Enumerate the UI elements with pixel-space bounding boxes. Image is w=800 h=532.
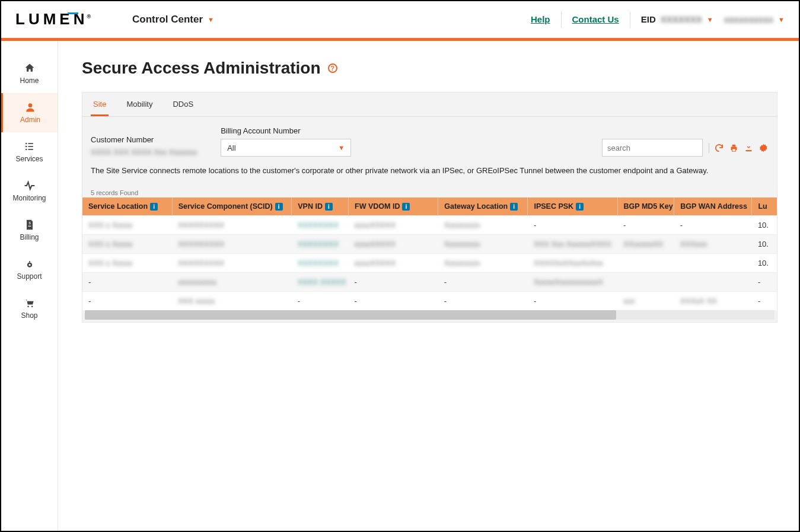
cell-md5: - xyxy=(617,216,674,235)
cell-lun: 10. xyxy=(752,216,777,235)
panel: Site Mobility DDoS Customer Number XXXX … xyxy=(82,92,777,323)
cell-md5: xxx xyxy=(617,292,674,311)
search-box[interactable] xyxy=(602,139,703,157)
cell-gw: - xyxy=(438,273,528,292)
cell-sc: XXXXXXXXX xyxy=(172,254,292,273)
horizontal-scrollbar[interactable] xyxy=(85,310,774,320)
chevron-down-icon: ▼ xyxy=(208,16,214,23)
tab-mobility[interactable]: Mobility xyxy=(124,93,155,116)
tab-bar: Site Mobility DDoS xyxy=(82,93,777,117)
table-row[interactable]: XXX x XxxxxXXXXXXXXXXXXXXXXXxxxxXXXXXXxx… xyxy=(82,216,777,235)
col-gateway[interactable]: Gateway Locationi xyxy=(438,197,528,216)
sidebar-item-billing[interactable]: $ Billing xyxy=(1,211,58,250)
home-icon xyxy=(24,62,36,74)
svg-point-5 xyxy=(25,149,27,151)
search-input[interactable] xyxy=(607,144,707,152)
info-icon[interactable]: i xyxy=(510,203,518,211)
cell-fw: - xyxy=(349,292,438,311)
col-ipsec-psk[interactable]: IPSEC PSKi xyxy=(528,197,617,216)
cell-sl: XXX x Xxxxx xyxy=(82,235,172,254)
sidebar-item-label: Monitoring xyxy=(12,194,46,202)
table-toolbar xyxy=(709,143,769,153)
logo: LUMEN® xyxy=(15,10,91,28)
cell-fw: xxxxXXXXX xyxy=(349,235,438,254)
help-icon[interactable]: ? xyxy=(328,63,337,73)
cell-vpn: XXXXXXXX xyxy=(292,254,349,273)
cell-md5: XXxxxxxXX xyxy=(617,235,674,254)
cell-lun: - xyxy=(752,292,777,311)
refresh-icon[interactable] xyxy=(714,143,724,153)
top-links: Help Contact Us EID XXXXXXX ▼ xxxxxxxxxx… xyxy=(531,11,785,28)
sidebar-item-home[interactable]: Home xyxy=(1,54,58,93)
settings-icon[interactable] xyxy=(758,143,769,153)
gear-icon xyxy=(24,258,36,270)
app-switcher[interactable]: Control Center ▼ xyxy=(132,14,214,26)
cell-gw: Xxxxxxxxx xyxy=(438,235,528,254)
print-icon[interactable] xyxy=(729,143,739,153)
cell-vpn: XXXXXXXX xyxy=(292,235,349,254)
sidebar-item-services[interactable]: Services xyxy=(1,132,58,171)
customer-number-value: XXXX XXX XXXX Xxx Xxxxxxx xyxy=(91,148,197,157)
table-header-row: Service Locationi Service Component (SCI… xyxy=(82,197,777,216)
cell-sc: xxxxxxxxxx xyxy=(172,273,292,292)
info-icon[interactable]: i xyxy=(275,203,283,211)
sidebar-item-support[interactable]: Support xyxy=(1,250,58,289)
cell-fw: - xyxy=(349,273,438,292)
sidebar-item-label: Services xyxy=(15,155,43,163)
cell-psk: - xyxy=(528,292,617,311)
cell-sl: - xyxy=(82,273,172,292)
sidebar-item-admin[interactable]: Admin xyxy=(1,93,58,132)
cell-gw: Xxxxxxxxx xyxy=(438,216,528,235)
panel-description: The Site Service connects remote locatio… xyxy=(82,164,777,183)
col-fw-vdom[interactable]: FW VDOM IDi xyxy=(349,197,438,216)
svg-point-13 xyxy=(31,306,33,308)
records-found-label: 5 records Found xyxy=(82,183,777,197)
sidebar-item-shop[interactable]: Shop xyxy=(1,289,58,328)
tab-site[interactable]: Site xyxy=(91,93,109,116)
cell-md5 xyxy=(617,254,674,273)
download-icon[interactable] xyxy=(744,143,754,153)
info-icon[interactable]: i xyxy=(325,203,333,211)
cell-lun: - xyxy=(752,273,777,292)
cell-lun: 10. xyxy=(752,235,777,254)
table-row[interactable]: XXX x XxxxxXXXXXXXXXXXXXXXXXxxxxXXXXXXxx… xyxy=(82,235,777,254)
billing-account-select[interactable]: All ▼ xyxy=(221,139,351,157)
divider xyxy=(630,11,630,28)
info-icon[interactable]: i xyxy=(402,203,410,211)
tab-ddos[interactable]: DDoS xyxy=(170,93,196,116)
top-bar: LUMEN® Control Center ▼ Help Contact Us … xyxy=(1,1,799,38)
sidebar: Home Admin Services Monitoring $ Billing… xyxy=(1,41,58,531)
cart-icon xyxy=(24,297,36,309)
page-title: Secure Access Administration ? xyxy=(82,59,777,78)
contact-us-link[interactable]: Contact Us xyxy=(572,14,619,24)
col-bgp-wan[interactable]: BGP WAN Address xyxy=(674,197,752,216)
table-row[interactable]: -XXX xxxxx----xxxXXXxX XX- xyxy=(82,292,777,311)
cell-sc: XXX xxxxx xyxy=(172,292,292,311)
cell-wan xyxy=(674,273,752,292)
svg-rect-18 xyxy=(732,148,736,151)
eid-dropdown[interactable]: EID XXXXXXX ▼ xyxy=(641,14,713,24)
cell-psk: XxxxxXxxxxxxxxxxX xyxy=(528,273,617,292)
scrollbar-thumb[interactable] xyxy=(85,310,616,320)
col-service-location[interactable]: Service Locationi xyxy=(82,197,172,216)
col-bgp-md5[interactable]: BGP MD5 Key xyxy=(617,197,674,216)
info-icon[interactable]: i xyxy=(576,203,584,211)
user-icon xyxy=(24,101,36,113)
cell-sl: - xyxy=(82,292,172,311)
help-link[interactable]: Help xyxy=(531,14,550,24)
col-vpn-id[interactable]: VPN IDi xyxy=(292,197,349,216)
table-row[interactable]: -xxxxxxxxxxXXXX XXXXX--XxxxxXxxxxxxxxxxX… xyxy=(82,273,777,292)
table-wrapper: Service Locationi Service Component (SCI… xyxy=(82,197,777,322)
col-scid[interactable]: Service Component (SCID)i xyxy=(172,197,292,216)
cell-wan: XXXxxx xyxy=(674,235,752,254)
billing-account-label: Billing Account Number xyxy=(221,126,351,135)
sidebar-item-monitoring[interactable]: Monitoring xyxy=(1,171,58,211)
col-lumen[interactable]: Lu xyxy=(752,197,777,216)
account-dropdown[interactable]: xxxxxxxxxx ▼ xyxy=(724,14,785,24)
list-icon xyxy=(24,141,36,152)
svg-rect-11 xyxy=(29,261,30,263)
table-row[interactable]: XXX x XxxxxXXXXXXXXXXXXXXXXXxxxxXXXXXXxx… xyxy=(82,254,777,273)
cell-fw: xxxxXXXXX xyxy=(349,254,438,273)
info-icon[interactable]: i xyxy=(150,203,158,211)
sidebar-item-label: Admin xyxy=(20,116,40,124)
